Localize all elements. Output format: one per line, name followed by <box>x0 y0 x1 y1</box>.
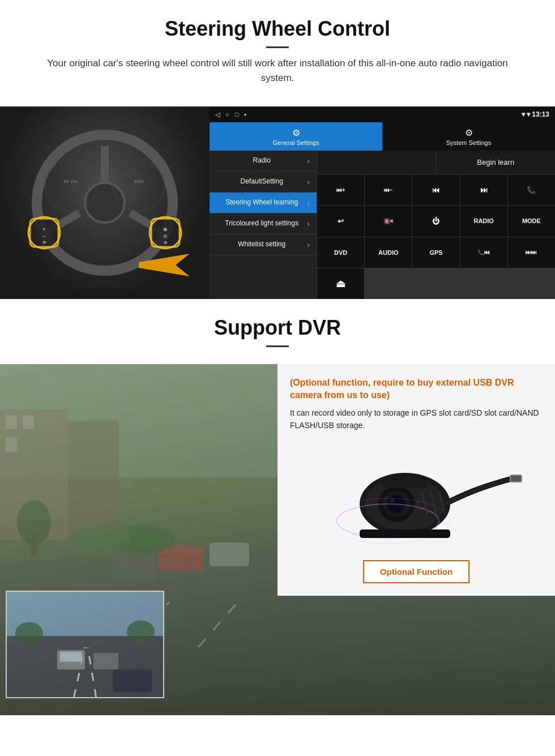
svg-text:80 100: 80 100 <box>64 179 78 184</box>
optional-function-button[interactable]: Optional Function <box>363 560 469 583</box>
ctrl-vol-up[interactable]: ⏮+ <box>317 174 364 205</box>
svg-point-43 <box>15 622 43 644</box>
svg-text:⟳: ⟳ <box>42 240 46 245</box>
svg-text:−: − <box>42 233 45 239</box>
svg-rect-52 <box>382 477 428 488</box>
android-screen: ◁ ○ □ ▪ ▾ ▾ 13:13 ⚙ General Settings ⚙ S… <box>210 106 555 299</box>
svg-rect-42 <box>93 653 118 670</box>
svg-rect-30 <box>210 543 249 566</box>
menu-list: Radio › DefaultSetting › Steering Wheel … <box>210 151 317 299</box>
ctrl-radio[interactable]: RADIO <box>460 206 507 236</box>
chevron-icon-default: › <box>307 177 310 186</box>
save-icon[interactable]: ▪ <box>244 111 246 118</box>
dvr-info-card: (Optional function, require to buy exter… <box>278 364 555 596</box>
optional-function-btn-row: Optional Function <box>290 560 543 583</box>
ctrl-back[interactable]: ↩ <box>317 206 364 236</box>
svg-rect-28 <box>31 534 37 557</box>
begin-learn-button[interactable]: Begin learn <box>436 151 556 174</box>
svg-point-1 <box>85 183 125 223</box>
chevron-icon-steering: › <box>307 198 310 207</box>
svg-point-51 <box>390 498 395 503</box>
menu-item-defaultsetting[interactable]: DefaultSetting › <box>210 172 317 193</box>
svg-rect-23 <box>6 415 17 429</box>
dvr-section: Support DVR <box>0 299 555 715</box>
menu-item-whitelist-label: Whitelist setting <box>216 240 307 249</box>
home-icon[interactable]: ○ <box>225 111 229 118</box>
ctrl-mode[interactable]: MODE <box>508 206 555 236</box>
ctrl-dvd[interactable]: DVD <box>317 237 364 268</box>
steering-title: Steering Wheel Control <box>23 17 532 41</box>
steering-photo: + − ⟳ ⊕ ⊙ ⊘ 80 100 3000 <box>0 106 210 299</box>
menu-item-steering-learning[interactable]: Steering Wheel learning › <box>210 193 317 213</box>
svg-rect-57 <box>360 529 450 538</box>
menu-item-defaultsetting-label: DefaultSetting <box>216 177 307 186</box>
dvr-description: It can record video only to storage in G… <box>290 407 543 432</box>
status-left: ◁ ○ □ ▪ <box>215 111 246 118</box>
menu-item-whitelist[interactable]: Whitelist setting › <box>210 234 317 255</box>
svg-point-35 <box>74 524 130 549</box>
recent-icon[interactable]: □ <box>235 111 239 118</box>
svg-rect-26 <box>68 421 119 534</box>
ctrl-next[interactable]: ⏭ <box>460 174 507 205</box>
dvr-optional-text: (Optional function, require to buy exter… <box>290 377 543 402</box>
steering-description: Your original car's steering wheel contr… <box>34 56 521 85</box>
tab-general[interactable]: ⚙ General Settings <box>210 122 382 151</box>
ctrl-phone[interactable]: 📞 <box>508 174 555 205</box>
menu-item-steering-label: Steering Wheel learning <box>216 198 307 207</box>
ctrl-power[interactable]: ⏻ <box>412 206 459 236</box>
android-status-bar: ◁ ○ □ ▪ ▾ ▾ 13:13 <box>210 106 555 122</box>
dvr-camera-svg <box>309 442 524 549</box>
ctrl-gps[interactable]: GPS <box>412 237 459 268</box>
ctrl-vol-down[interactable]: ⏮− <box>365 174 412 205</box>
ctrl-audio[interactable]: AUDIO <box>365 237 412 268</box>
svg-rect-54 <box>511 476 521 481</box>
svg-point-17 <box>113 160 164 211</box>
tab-system[interactable]: ⚙ System Settings <box>382 122 555 151</box>
steering-photo-inner: + − ⟳ ⊕ ⊙ ⊘ 80 100 3000 <box>0 106 210 299</box>
svg-point-44 <box>127 621 155 643</box>
svg-text:⊕: ⊕ <box>163 227 168 232</box>
dvr-title: Support DVR <box>23 316 532 340</box>
ctrl-mute[interactable]: 🔇× <box>365 206 412 236</box>
android-content: Radio › DefaultSetting › Steering Wheel … <box>210 151 555 299</box>
steering-wheel-svg: + − ⟳ ⊕ ⊙ ⊘ 80 100 3000 <box>14 118 195 288</box>
menu-item-tricoloured-label: Tricoloured light settings <box>216 219 307 228</box>
ctrl-media[interactable]: ⏏ <box>317 268 364 299</box>
title-divider <box>266 46 289 48</box>
menu-item-radio-label: Radio <box>216 156 307 165</box>
dvr-title-divider <box>266 345 289 347</box>
ctrl-buttons-grid: ⏮+ ⏮− ⏮ ⏭ 📞 ↩ 🔇× ⏻ RADIO MODE DVD AUDIO … <box>317 174 555 299</box>
back-icon[interactable]: ◁ <box>215 111 220 118</box>
android-tabs: ⚙ General Settings ⚙ System Settings <box>210 122 555 151</box>
svg-point-16 <box>45 160 96 211</box>
chevron-icon-radio: › <box>307 156 310 165</box>
svg-text:+: + <box>42 227 45 232</box>
dvr-small-image <box>6 591 164 698</box>
gear-icon: ⚙ <box>292 127 300 138</box>
tab-system-label: System Settings <box>446 139 491 146</box>
chevron-icon-tricoloured: › <box>307 219 310 228</box>
signal-icon: ▾ ▾ <box>522 110 532 118</box>
svg-rect-25 <box>6 438 17 452</box>
dvr-small-view-svg <box>7 591 163 698</box>
svg-text:⊘: ⊘ <box>164 240 168 245</box>
system-icon: ⚙ <box>465 127 473 138</box>
svg-rect-41 <box>60 652 82 662</box>
svg-rect-24 <box>23 415 34 429</box>
tab-general-label: General Settings <box>273 139 319 146</box>
right-panel: Begin learn ⏮+ ⏮− ⏮ ⏭ 📞 ↩ 🔇× ⏻ RADIO MOD… <box>317 151 555 299</box>
chevron-icon-whitelist: › <box>307 240 310 249</box>
time-display: 13:13 <box>532 110 549 118</box>
svg-text:3000: 3000 <box>134 179 144 184</box>
ctrl-prev[interactable]: ⏮ <box>412 174 459 205</box>
status-right: ▾ ▾ 13:13 <box>522 110 549 118</box>
dvr-camera-image <box>290 439 543 552</box>
menu-item-radio[interactable]: Radio › <box>210 151 317 172</box>
begin-learn-row: Begin learn <box>317 151 555 174</box>
ctrl-phone-prev[interactable]: 📞⏮ <box>460 237 507 268</box>
android-ui-container: + − ⟳ ⊕ ⊙ ⊘ 80 100 3000 <box>0 106 555 299</box>
ctrl-next2[interactable]: ⏭⏭ <box>508 237 555 268</box>
svg-rect-31 <box>113 557 156 580</box>
dvr-background: (Optional function, require to buy exter… <box>0 364 555 715</box>
menu-item-tricoloured[interactable]: Tricoloured light settings › <box>210 213 317 234</box>
